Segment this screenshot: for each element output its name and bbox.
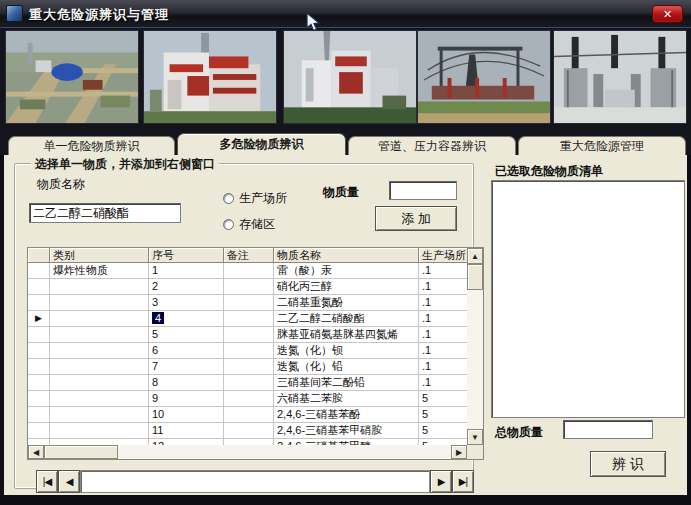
table-row[interactable]: 8 三硝基间苯二酚铅 .1 (28, 375, 467, 391)
add-button[interactable]: 添 加 (375, 206, 457, 231)
cell-seq[interactable]: 6 (149, 343, 224, 359)
horizontal-scroll-thumb[interactable] (44, 445, 118, 459)
table-row[interactable]: 10 2,4,6-三硝基苯酚 5 (28, 407, 467, 423)
cell-name[interactable]: 六硝基二苯胺 (274, 391, 419, 407)
radio-storage-area[interactable]: 存储区 (223, 214, 275, 233)
cell-site[interactable]: .1 (419, 375, 467, 391)
quantity-input[interactable] (389, 181, 457, 200)
radio-production-site[interactable]: 生产场所 (223, 188, 287, 207)
cell-category[interactable] (50, 375, 149, 391)
cell-seq[interactable]: 11 (149, 423, 224, 439)
header-site[interactable]: 生产场所 (419, 248, 467, 263)
header-seq[interactable]: 序号 (149, 248, 224, 263)
cell-seq[interactable]: 1 (149, 263, 224, 279)
tab-multi-substance[interactable]: 多危险物质辨识 (177, 133, 346, 155)
cell-seq[interactable]: 5 (149, 327, 224, 343)
close-button[interactable]: ✕ (652, 5, 683, 23)
cell-category[interactable]: 爆炸性物质 (50, 263, 149, 279)
cell-name[interactable]: 脒基亚硝氨基脒基四氮烯 (274, 327, 419, 343)
title-bar[interactable]: 重大危险源辨识与管理 ✕ (0, 0, 691, 28)
cell-category[interactable] (50, 279, 149, 295)
cell-name[interactable]: 雷（酸）汞 (274, 263, 419, 279)
table-row[interactable]: 6 迭氮（化）钡 .1 (28, 343, 467, 359)
tab-hazard-management[interactable]: 重大危险源管理 (518, 136, 686, 155)
cell-seq-selected[interactable]: 4 (149, 311, 224, 327)
prev-record-button[interactable]: ◀ (58, 470, 80, 493)
cell-name[interactable]: 二乙二醇二硝酸酯 (274, 311, 419, 327)
cell-site[interactable]: .1 (419, 263, 467, 279)
table-row[interactable]: 11 2,4,6-三硝基苯甲硝胺 5 (28, 423, 467, 439)
tab-single-substance[interactable]: 单一危险物质辨识 (8, 136, 175, 155)
cell-note[interactable] (224, 311, 274, 327)
cell-category[interactable] (50, 407, 149, 423)
cell-seq[interactable]: 2 (149, 279, 224, 295)
first-record-button[interactable]: |◀ (36, 470, 58, 493)
cell-site[interactable]: .1 (419, 295, 467, 311)
radio-production-label: 生产场所 (239, 191, 287, 205)
header-note[interactable]: 备注 (224, 248, 274, 263)
cell-site[interactable]: 5 (419, 391, 467, 407)
cell-name[interactable]: 三硝基间苯二酚铅 (274, 375, 419, 391)
cell-site[interactable]: .1 (419, 327, 467, 343)
table-row[interactable]: 2 硝化丙三醇 .1 (28, 279, 467, 295)
cell-site[interactable]: .1 (419, 311, 467, 327)
scroll-up-button[interactable]: ▲ (467, 248, 483, 264)
cell-category[interactable] (50, 311, 149, 327)
substance-table[interactable]: 类别 序号 备注 物质名称 生产场所 爆炸性物质 1 雷（酸）汞 .1 (27, 247, 484, 460)
tab-pipeline-vessel[interactable]: 管道、压力容器辨识 (348, 136, 516, 155)
total-quantity-input[interactable] (563, 420, 653, 439)
table-row[interactable]: 9 六硝基二苯胺 5 (28, 391, 467, 407)
next-record-button[interactable]: ▶ (430, 470, 452, 493)
scroll-right-button[interactable]: ▶ (451, 445, 467, 459)
cell-category[interactable] (50, 391, 149, 407)
cell-name[interactable]: 硝化丙三醇 (274, 279, 419, 295)
cell-note[interactable] (224, 375, 274, 391)
scroll-left-button[interactable]: ◀ (28, 445, 44, 459)
cell-note[interactable] (224, 391, 274, 407)
vertical-scroll-thumb[interactable] (467, 264, 483, 290)
cell-note[interactable] (224, 343, 274, 359)
cell-seq[interactable]: 9 (149, 391, 224, 407)
cell-note[interactable] (224, 327, 274, 343)
cell-name[interactable]: 2,4,6-三硝基苯酚 (274, 407, 419, 423)
substance-name-input[interactable] (29, 203, 181, 223)
header-name[interactable]: 物质名称 (274, 248, 419, 263)
cell-category[interactable] (50, 343, 149, 359)
cell-name[interactable]: 迭氮（化）铅 (274, 359, 419, 375)
cell-site[interactable]: 5 (419, 423, 467, 439)
table-row[interactable]: 爆炸性物质 1 雷（酸）汞 .1 (28, 263, 467, 279)
cell-name[interactable]: 2,4,6-三硝基苯甲硝胺 (274, 423, 419, 439)
window-title: 重大危险源辨识与管理 (29, 6, 169, 24)
cell-site[interactable]: .1 (419, 279, 467, 295)
cell-name[interactable]: 迭氮（化）钡 (274, 343, 419, 359)
cell-note[interactable] (224, 423, 274, 439)
cell-seq[interactable]: 3 (149, 295, 224, 311)
table-row[interactable]: 3 二硝基重氮酚 .1 (28, 295, 467, 311)
cell-site[interactable]: .1 (419, 343, 467, 359)
identify-button[interactable]: 辨 识 (590, 451, 666, 477)
cell-site[interactable]: .1 (419, 359, 467, 375)
table-row-current[interactable]: ▶ 4 二乙二醇二硝酸酯 .1 (28, 311, 467, 327)
cell-seq[interactable]: 10 (149, 407, 224, 423)
cell-site[interactable]: 5 (419, 407, 467, 423)
cell-seq[interactable]: 8 (149, 375, 224, 391)
row-indicator (28, 423, 50, 439)
cell-note[interactable] (224, 279, 274, 295)
cell-category[interactable] (50, 359, 149, 375)
cell-note[interactable] (224, 359, 274, 375)
last-record-button[interactable]: ▶| (452, 470, 474, 493)
table-row[interactable]: 5 脒基亚硝氨基脒基四氮烯 .1 (28, 327, 467, 343)
cell-note[interactable] (224, 263, 274, 279)
cell-category[interactable] (50, 423, 149, 439)
cell-note[interactable] (224, 295, 274, 311)
header-category[interactable]: 类别 (50, 248, 149, 263)
cell-category[interactable] (50, 327, 149, 343)
cell-note[interactable] (224, 407, 274, 423)
radio-circle-icon (223, 193, 234, 204)
cell-seq[interactable]: 7 (149, 359, 224, 375)
scroll-down-button[interactable]: ▼ (467, 429, 483, 445)
selected-substances-listbox[interactable] (491, 180, 685, 418)
table-row[interactable]: 7 迭氮（化）铅 .1 (28, 359, 467, 375)
cell-name[interactable]: 二硝基重氮酚 (274, 295, 419, 311)
cell-category[interactable] (50, 295, 149, 311)
